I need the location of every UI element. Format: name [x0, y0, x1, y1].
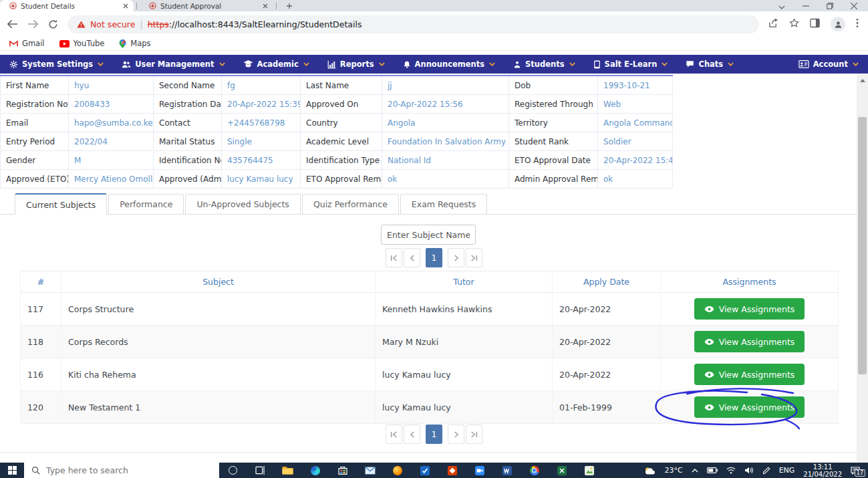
scroll-up-icon[interactable] — [857, 75, 868, 86]
nav-salt-elearn[interactable]: Salt E-Learn — [593, 59, 668, 69]
chrome-icon[interactable] — [521, 463, 548, 478]
tab-title: Student Details — [21, 2, 119, 10]
nav-academic[interactable]: Academic — [243, 59, 309, 69]
col-header-apply-date: Apply Date — [553, 271, 661, 292]
cortana-icon[interactable] — [219, 463, 247, 478]
tab-exam-requests[interactable]: Exam Requests — [400, 194, 487, 214]
temperature-label[interactable]: 23°C — [664, 466, 682, 475]
nav-announcements[interactable]: Announcements — [403, 59, 495, 69]
address-bar[interactable]: Not secure | https://localhost:8443/Salt… — [67, 15, 759, 33]
page-scrollbar[interactable] — [857, 75, 868, 463]
window-close-icon[interactable] — [851, 0, 857, 12]
mail-icon[interactable] — [356, 463, 384, 478]
app-navbar: System Settings User Management Academic… — [0, 55, 868, 74]
bookmark-youtube[interactable]: YouTube — [59, 39, 105, 48]
pager-page-1[interactable]: 1 — [426, 248, 442, 267]
forward-icon[interactable] — [27, 19, 39, 29]
side-panel-icon[interactable] — [810, 18, 820, 31]
tab-close-icon[interactable] — [263, 3, 268, 9]
chevron-down-icon — [728, 62, 734, 66]
pager-next-icon[interactable] — [448, 248, 464, 267]
pager-page-1[interactable]: 1 — [426, 425, 442, 444]
browser-tab-student-details[interactable]: Student Details — [0, 0, 134, 11]
view-assignments-button[interactable]: View Assignments — [694, 331, 805, 352]
window-restore-icon[interactable] — [827, 0, 833, 12]
pager-first-icon[interactable] — [386, 248, 402, 267]
view-assignments-button[interactable]: View Assignments — [694, 364, 805, 385]
bookmark-maps[interactable]: Maps — [119, 39, 150, 48]
excel-icon[interactable] — [548, 463, 575, 478]
battery-icon[interactable] — [707, 467, 718, 473]
firefox-icon[interactable] — [384, 463, 411, 478]
taskbar-search-input[interactable] — [46, 465, 200, 475]
chevron-down-icon — [98, 62, 104, 66]
bookmark-gmail[interactable]: Gmail — [9, 39, 45, 48]
profile-avatar[interactable] — [831, 17, 845, 31]
pager-last-icon[interactable] — [466, 425, 482, 444]
start-button[interactable] — [0, 463, 24, 478]
subject-search-input[interactable] — [381, 225, 476, 245]
file-explorer-icon[interactable] — [274, 463, 301, 478]
bookmark-star-icon[interactable] — [789, 18, 799, 31]
notification-center-icon[interactable]: 17 — [851, 467, 863, 475]
outlook-icon[interactable] — [411, 463, 438, 478]
details-row: Approved (ETO)Mercy Atieno Omollo Approv… — [0, 170, 673, 189]
nav-user-management[interactable]: User Management — [122, 59, 225, 69]
chevron-down-icon — [662, 62, 668, 66]
windows-logo-icon — [8, 466, 17, 475]
language-label[interactable]: ENG — [779, 466, 795, 475]
bar-chart-icon — [327, 60, 336, 69]
view-assignments-button[interactable]: View Assignments — [694, 396, 805, 418]
browser-tab-student-approval[interactable]: Student Approval — [140, 0, 273, 11]
word-icon[interactable] — [493, 463, 521, 478]
reload-icon[interactable] — [48, 19, 58, 29]
nav-account[interactable]: Account — [799, 59, 859, 69]
chevron-down-icon — [853, 62, 859, 66]
browser-menu-icon[interactable] — [856, 18, 859, 31]
tab-close-icon[interactable] — [123, 3, 128, 9]
wifi-icon[interactable] — [726, 467, 736, 474]
clock[interactable]: 13:1121/04/2022 — [803, 463, 842, 478]
back-icon[interactable] — [7, 19, 18, 29]
windows-ink-pen-icon[interactable] — [762, 467, 770, 475]
zoom-icon[interactable] — [466, 463, 493, 478]
graduation-cap-icon — [243, 60, 253, 68]
tab-unapproved-subjects[interactable]: Un-Approved Subjects — [185, 194, 300, 214]
table-row: 116 Kiti cha Rehema lucy Kamau lucy 20-A… — [20, 358, 839, 391]
volume-icon[interactable] — [744, 467, 754, 474]
quick-assist-icon[interactable] — [438, 463, 466, 478]
youtube-icon — [59, 40, 69, 47]
taskbar-search[interactable] — [24, 463, 219, 478]
chevron-down-icon — [379, 62, 385, 66]
view-assignments-button[interactable]: View Assignments — [694, 298, 805, 320]
nav-students[interactable]: Students — [513, 59, 575, 69]
tab-performance[interactable]: Performance — [108, 194, 184, 214]
pager-first-icon[interactable] — [386, 425, 402, 444]
share-icon[interactable] — [768, 18, 778, 31]
chevron-down-icon — [219, 62, 225, 66]
browser-tab-strip: Student Details Student Approval — [0, 0, 868, 11]
tab-current-subjects[interactable]: Current Subjects — [15, 193, 107, 215]
nav-system-settings[interactable]: System Settings — [9, 59, 104, 69]
nav-chats[interactable]: Chats — [686, 59, 734, 69]
tab-title: Student Approval — [160, 2, 259, 10]
edge-icon[interactable] — [301, 463, 329, 478]
pager-last-icon[interactable] — [466, 248, 482, 267]
page-content: System Settings User Management Academic… — [0, 51, 868, 463]
weather-icon[interactable] — [644, 467, 656, 475]
chevron-down-icon — [489, 62, 495, 66]
scrollbar-thumb[interactable] — [858, 117, 867, 374]
pager-prev-icon[interactable] — [404, 425, 420, 444]
microsoft-store-icon[interactable] — [329, 463, 356, 478]
tab-search-chevron-icon[interactable] — [778, 0, 785, 12]
window-minimize-icon[interactable] — [803, 0, 809, 12]
new-tab-icon[interactable] — [279, 0, 299, 11]
photos-icon[interactable] — [575, 463, 603, 478]
tray-expand-icon[interactable] — [692, 469, 698, 473]
pager-next-icon[interactable] — [448, 425, 464, 444]
maps-icon — [119, 39, 126, 48]
pager-prev-icon[interactable] — [404, 248, 420, 267]
tab-quiz-performance[interactable]: Quiz Performance — [302, 194, 399, 214]
task-view-icon[interactable] — [247, 463, 274, 478]
nav-reports[interactable]: Reports — [327, 59, 385, 69]
